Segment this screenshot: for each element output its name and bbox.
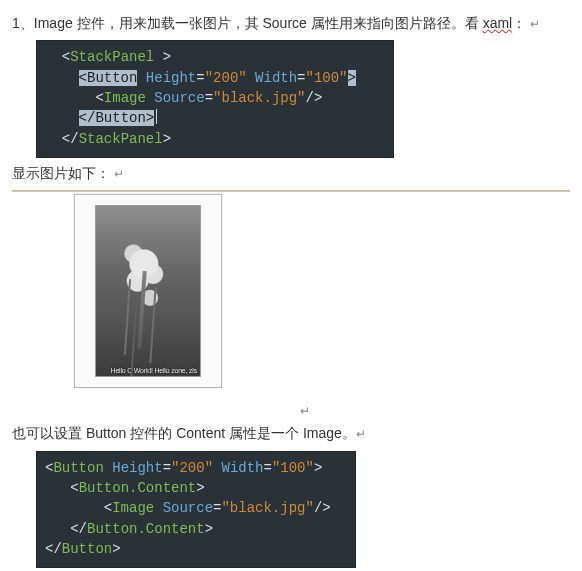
sample-photo: Hello C World! Hello zone, zls [95,205,201,377]
mid-caption-1: 显示图片如下： ↵ [12,162,570,184]
code-block-2: <Button Height="200" Width="100"> <Butto… [36,451,356,568]
intro-paragraph: 1、Image 控件，用来加载一张图片，其 Source 属性用来指向图片路径。… [12,12,570,34]
intro-colon: ： [512,15,526,31]
image-top-divider [12,190,570,192]
result-image-section: Hello C World! Hello zone, zls [12,190,570,388]
intro-number: 1、 [12,15,34,31]
button-frame: Hello C World! Hello zone, zls [74,194,222,388]
intro-xaml-word: xaml [483,15,513,31]
paragraph-mark: ↵ [114,167,124,181]
intro-text-a: Image 控件，用来加载一张图片，其 Source 属性用来指向图片路径。看 [34,15,483,31]
paragraph-mark: ↵ [530,17,540,31]
text-caret [156,109,157,124]
device-frame: Hello C World! Hello zone, zls [74,194,230,388]
mid-caption-2: 也可以设置 Button 控件的 Content 属性是一个 Image。↵ [12,422,570,444]
photo-caption: Hello C World! Hello zone, zls [111,367,197,374]
code-block-1: <StackPanel > <Button Height="200" Width… [36,40,394,157]
paragraph-mark: ↵ [356,427,366,441]
spacer-mark: ↵ [12,402,570,418]
